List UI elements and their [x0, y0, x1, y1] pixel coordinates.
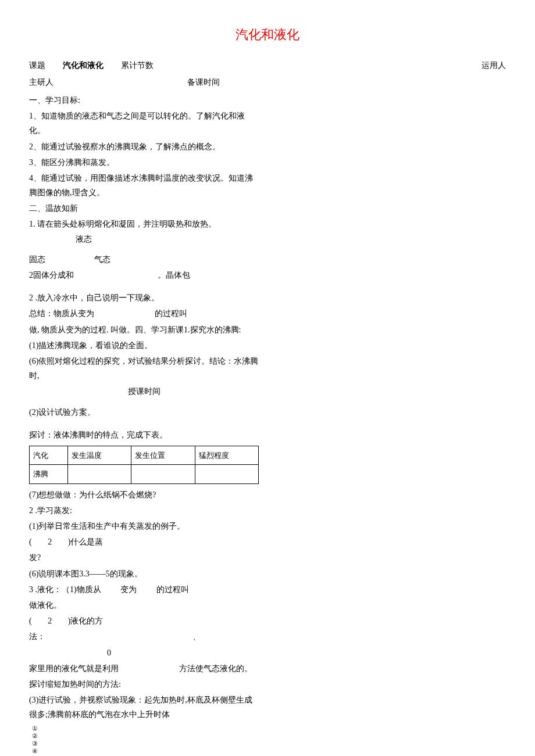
state-solid: 固态 [29, 255, 45, 264]
liq-c: 的过程叫 [156, 585, 189, 594]
goal-1: 1、知道物质的液态和气态之间是可以转化的。了解汽化和液化。 [29, 109, 259, 138]
step-6: (6)依照对熔化过程的探究，对试验结果分析探讨。结论：水沸腾时, [29, 354, 259, 383]
liquefaction-def: 3 .液化：（1)物质从 变为 的过程叫 [29, 582, 259, 597]
home-b: 方法使气态液化的。 [179, 664, 252, 673]
goal-4: 4、能通过试验，用图像描述水沸腾时温度的改变状况。知道沸腾图像的物,理含义。 [29, 171, 259, 200]
explain-fig: (6)说明课本图3.3——5的现象。 [29, 567, 259, 581]
review-q1: 1. 请在箭头处标明熔化和凝固，并注明吸热和放热。 液态 [29, 217, 259, 246]
review-q2: 2固体分成和 。晶体包 [29, 268, 259, 282]
paren-open: ( [29, 538, 32, 546]
document-title: 汽化和液化 [29, 23, 506, 46]
content-columns: 一、学习目标: 1、知道物质的液态和气态之间是可以转化的。了解汽化和液化。 2、… [29, 92, 506, 756]
cell-empty[interactable] [131, 465, 195, 483]
boiling-table: 汽化 发生温度 发生位置 猛烈程度 沸腾 [29, 446, 259, 484]
evap-heading: 2 .学习蒸发: [29, 503, 259, 518]
liq-method-text: )液化的方 [68, 617, 104, 625]
liq-method-row: 法： 、 [29, 629, 259, 644]
header-row-2: 主研人 备课时间 [29, 75, 506, 89]
what-is-evap: ( 2 )什么是蒸 [29, 535, 259, 549]
discuss-shorten: 探讨缩短加热时间的方法: [29, 677, 259, 691]
sym-zero: 0 [29, 646, 259, 660]
topic-value: 汽化和液化 [63, 58, 104, 73]
review-q2a: 2固体分成和 [29, 271, 74, 280]
cell-boiling: 沸腾 [30, 465, 68, 483]
cell-temp: 发生温度 [67, 446, 131, 464]
summary-a: 总结：物质从变为 [29, 309, 94, 318]
step-7: (7)想想做做：为什么纸锅不会燃烧? [29, 488, 259, 502]
topic-label: 课题 [29, 58, 45, 73]
paren-open-2: ( [29, 617, 32, 625]
summary-line: 总结：物质从变为 的过程叫 [29, 306, 259, 321]
summary-line-2: 做, 物质从变为的过程. 叫做。四、学习新课1.探究水的沸腾: [29, 323, 259, 337]
user-label: 运用人 [482, 58, 506, 73]
num-2b: 2 [48, 617, 52, 625]
sym-dot: 、 [192, 629, 201, 644]
main-researcher-label: 主研人 [29, 75, 54, 89]
cold-water-step: 2 .放入冷水中，自己说明一下现象。 [29, 291, 259, 305]
what-is-evap-2: 发? [29, 550, 259, 565]
num-2: 2 [48, 538, 52, 546]
circled-numbers-vertical: ①②③④ [29, 725, 41, 755]
summary-b: 的过程叫 [155, 309, 187, 318]
what-evap-text: )什么是蒸 [68, 538, 104, 546]
step-1: (1)描述沸腾现象，看谁说的全面。 [29, 338, 259, 353]
table-row: 沸腾 [30, 465, 259, 483]
section-1-heading: 一、学习目标: [29, 93, 259, 108]
teach-time-label: 授课时间 [29, 384, 259, 399]
table-row: 汽化 发生温度 发生位置 猛烈程度 [30, 446, 259, 464]
section-2-heading: 二、温故知新 [29, 201, 259, 216]
prep-time-label: 备课时间 [187, 75, 220, 89]
lesson-count-label: 累计节数 [121, 58, 154, 73]
step-2: (2)设计试验方案。 [29, 405, 259, 420]
header-row-1: 课题 汽化和液化 累计节数 运用人 [29, 58, 506, 73]
goal-2: 2、能通过试验视察水的沸腾现象，了解沸点的概念。 [29, 139, 259, 154]
liq-a: 3 .液化：（1)物质从 [29, 585, 101, 594]
liquefaction-def-2: 做液化。 [29, 598, 259, 612]
state-liquid: 液态 [76, 235, 92, 243]
step-3: (3)进行试验，并视察试验现象：起先加热时,杯底及杯侧壁生成很多;沸腾前杯底的气… [29, 693, 259, 722]
states-row: 固态 气态 [29, 252, 259, 267]
cell-pos: 发生位置 [131, 446, 195, 464]
home-lpg: 家里用的液化气就是利用 方法使气态液化的。 [29, 661, 259, 676]
cell-vaporization: 汽化 [30, 446, 68, 464]
review-q1-text: 1. 请在箭头处标明熔化和凝固，并注明吸热和放热。 [29, 220, 216, 228]
home-a: 家里用的液化气就是利用 [29, 664, 119, 673]
state-gas: 气态 [94, 255, 110, 264]
goal-3: 3、能区分沸腾和蒸发。 [29, 155, 259, 170]
liq-method-2: 法： [29, 632, 45, 641]
liq-method: ( 2 )液化的方 [29, 614, 259, 628]
evap-examples: (1)列举日常生活和生产中有关蒸发的例子。 [29, 519, 259, 533]
cell-degree: 猛烈程度 [195, 446, 258, 464]
discuss-boiling: 探讨：液体沸腾时的特点，完成下表。 [29, 428, 259, 442]
cell-empty[interactable] [195, 465, 258, 483]
review-q2b: 。晶体包 [158, 271, 190, 280]
cell-empty[interactable] [67, 465, 131, 483]
liq-b: 变为 [120, 585, 137, 594]
